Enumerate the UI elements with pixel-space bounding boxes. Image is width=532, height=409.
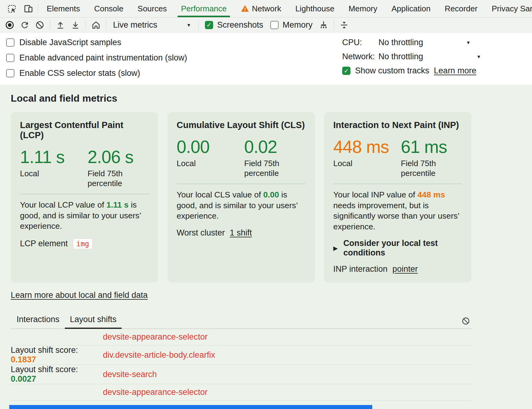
clear-icon — [35, 20, 45, 30]
score-value: 0.0027 — [11, 374, 36, 384]
vertical-collapse-icon — [339, 20, 349, 30]
checkbox-unchecked-icon — [270, 21, 279, 29]
lcp-card: Largest Contentful Paint (LCP) 1.11 s Lo… — [11, 112, 158, 282]
cls-description: Your local CLS value of 0.00 is good, an… — [177, 189, 306, 221]
throttling-settings: CPU: No throttling ▼ Network: No throttl… — [342, 38, 480, 76]
upload-icon — [56, 20, 65, 30]
tab-performance[interactable]: Performance — [174, 0, 234, 17]
lcp-element-label: LCP element — [20, 239, 68, 248]
tab-console[interactable]: Console — [87, 0, 130, 17]
lcp-element-node-link[interactable]: img — [73, 238, 93, 249]
cpu-label: CPU: — [342, 38, 378, 47]
tab-privacy-sandbox[interactable]: Privacy Sandbox — [485, 0, 532, 17]
tab-elements[interactable]: Elements — [40, 0, 87, 17]
home-button[interactable] — [89, 18, 102, 31]
node-link[interactable]: devsite-appearance-selector — [103, 388, 208, 397]
divider — [38, 4, 38, 14]
tab-lighthouse[interactable]: Lighthouse — [288, 0, 341, 17]
lcp-local-value: 1.11 s — [20, 148, 88, 166]
inp-local-block: 448 ms Local — [333, 138, 401, 178]
live-metrics-label: Live metrics — [113, 20, 157, 30]
record-icon — [5, 20, 14, 30]
lcp-element-row: LCP element img — [20, 238, 149, 249]
tab-label: Lighthouse — [295, 4, 334, 14]
local-test-conditions-expander[interactable]: ▶ Consider your local test conditions — [333, 239, 462, 258]
tab-application[interactable]: Application — [385, 0, 438, 17]
lcp-card-title: Largest Contentful Paint (LCP) — [20, 120, 149, 140]
divider — [85, 20, 86, 30]
save-profile-button[interactable] — [69, 18, 82, 31]
clear-log-button[interactable] — [460, 315, 471, 327]
lcp-local-block: 1.11 s Local — [20, 148, 88, 188]
expander-label: Consider your local test conditions — [343, 239, 462, 258]
node-link[interactable]: devsite-appearance-selector — [103, 332, 208, 342]
lcp-description: Your local LCP value of 1.11 s is good, … — [20, 200, 149, 231]
tab-bar-icons — [0, 0, 36, 17]
tab-label: Application — [392, 4, 431, 14]
inp-interaction-link[interactable]: pointer — [393, 264, 418, 274]
live-metrics-dropdown[interactable]: Live metrics ▼ — [110, 19, 195, 31]
record-and-reload-button[interactable] — [18, 18, 31, 31]
divider — [50, 20, 50, 30]
tab-label: Network — [252, 4, 281, 14]
clear-button[interactable] — [33, 18, 46, 31]
tab-recorder[interactable]: Recorder — [438, 0, 485, 17]
show-custom-tracks-label: Show custom tracks — [355, 66, 429, 76]
screenshots-checkbox[interactable]: Screenshots — [202, 20, 266, 30]
disable-js-samples-checkbox[interactable]: Disable JavaScript samples — [6, 38, 187, 47]
clear-icon — [461, 317, 470, 325]
network-label: Network: — [342, 52, 378, 61]
home-icon — [91, 20, 101, 30]
load-profile-button[interactable] — [54, 18, 67, 31]
node-link[interactable]: devsite-search — [103, 370, 157, 379]
cls-local-value: 0.00 — [177, 138, 244, 156]
show-custom-tracks-checkbox[interactable]: Show custom tracks Learn more — [342, 66, 480, 76]
cls-values: 0.00 Local 0.02 Field 75th percentile — [177, 138, 306, 178]
inp-card-title: Interaction to Next Paint (INP) — [333, 120, 462, 130]
field-label: Field 75th percentile — [244, 159, 292, 178]
layout-shift-row[interactable]: Layout shift score: 0.1837 div.devsite-a… — [11, 345, 471, 365]
field-data-learn-more-link[interactable]: Learn more about local and field data — [11, 290, 148, 300]
device-toolbar-button[interactable] — [22, 2, 35, 15]
collapse-tracks-button[interactable] — [338, 18, 351, 31]
lcp-values: 1.11 s Local 2.06 s Field 75th percentil… — [20, 148, 149, 188]
cls-field-value: 0.02 — [244, 138, 292, 156]
layout-shift-row[interactable]: devsite-appearance-selector — [11, 384, 471, 401]
inp-field-value: 61 ms — [401, 138, 448, 156]
divider — [106, 20, 106, 30]
reload-icon — [20, 20, 29, 30]
warning-icon — [241, 5, 249, 13]
tab-memory[interactable]: Memory — [342, 0, 385, 17]
chevron-down-icon: ▼ — [466, 40, 471, 45]
inspect-element-button[interactable] — [5, 2, 18, 15]
network-throttling-select[interactable]: No throttling ▼ — [378, 52, 481, 61]
record-button[interactable] — [3, 18, 16, 31]
garbage-collect-button[interactable] — [317, 18, 330, 31]
css-selector-stats-checkbox[interactable]: Enable CSS selector stats (slow) — [6, 68, 187, 78]
cls-card: Cumulative Layout Shift (CLS) 0.00 Local… — [167, 112, 315, 282]
tab-label: Memory — [349, 4, 377, 14]
performance-toolbar: Live metrics ▼ Screenshots Memory — [0, 18, 532, 33]
capture-settings: Disable JavaScript samples Enable advanc… — [0, 33, 532, 85]
chevron-down-icon: ▼ — [476, 54, 481, 59]
layout-shift-row[interactable]: Layout shift score: 0.0027 devsite-searc… — [11, 365, 471, 384]
field-label: Field 75th percentile — [88, 169, 135, 188]
divider — [177, 184, 306, 184]
node-link[interactable]: div.devsite-article-body.clearfix — [103, 350, 215, 360]
inp-card: Interaction to Next Paint (INP) 448 ms L… — [324, 112, 471, 282]
advanced-paint-checkbox[interactable]: Enable advanced paint instrumentation (s… — [6, 53, 187, 63]
inspect-cursor-icon — [7, 4, 17, 14]
cpu-throttling-select[interactable]: No throttling ▼ — [378, 38, 471, 47]
tab-interactions[interactable]: Interactions — [11, 312, 65, 329]
memory-checkbox[interactable]: Memory — [268, 20, 315, 30]
network-throttling-value: No throttling — [378, 52, 423, 61]
inp-description: Your local INP value of 448 ms needs imp… — [333, 189, 462, 232]
worst-cluster-link[interactable]: 1 shift — [230, 228, 252, 238]
tab-network[interactable]: Network — [234, 0, 288, 17]
metrics-heading: Local and field metrics — [11, 93, 532, 104]
layout-shift-row[interactable]: devsite-appearance-selector — [11, 329, 471, 345]
triangle-right-icon: ▶ — [333, 245, 338, 252]
custom-tracks-learn-more-link[interactable]: Learn more — [434, 66, 476, 76]
tab-layout-shifts[interactable]: Layout shifts — [65, 312, 122, 329]
tab-sources[interactable]: Sources — [131, 0, 174, 17]
